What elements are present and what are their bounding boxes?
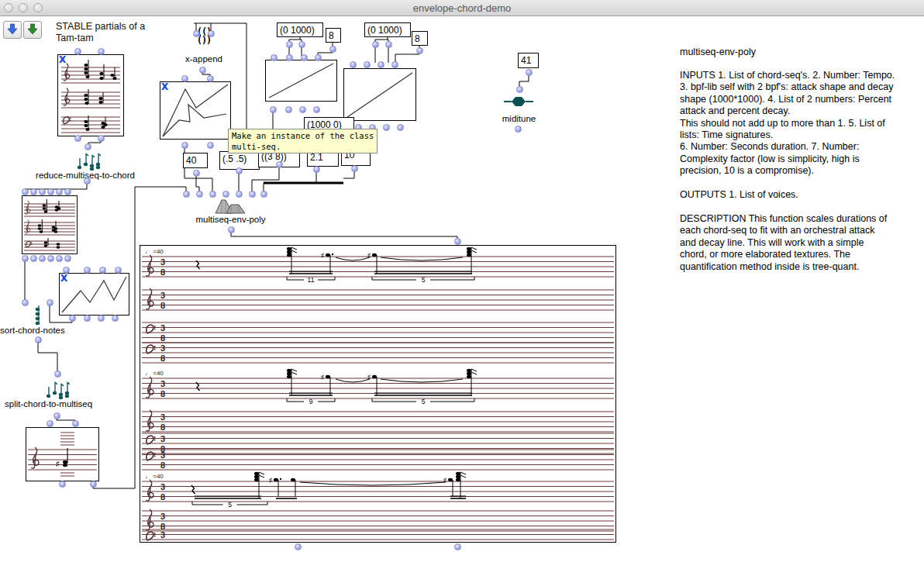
multiseq-score-editor[interactable]: ♩ =4038383838♯11♯5♩ =4038383838♯9♯5♩ =40… [140, 245, 616, 543]
port-dot[interactable] [372, 41, 379, 48]
port-dot[interactable] [298, 41, 305, 48]
port-dot[interactable] [53, 412, 60, 419]
sort-chord-notes-function[interactable] [33, 304, 45, 326]
port-dot[interactable] [39, 255, 46, 262]
port-dot[interactable] [47, 188, 54, 195]
port-dot[interactable] [35, 336, 42, 343]
port-dot[interactable] [315, 54, 322, 61]
port-dot[interactable] [98, 315, 105, 322]
split-chord-to-multiseq-function[interactable] [47, 379, 70, 399]
value-box-size-a[interactable]: 8 [326, 28, 341, 43]
port-dot[interactable] [228, 226, 235, 233]
port-dot[interactable] [515, 126, 522, 133]
port-dot[interactable] [285, 106, 292, 113]
port-dot[interactable] [271, 54, 278, 61]
port-dot[interactable] [329, 46, 336, 53]
port-dot[interactable] [30, 188, 37, 195]
port-dot[interactable] [196, 191, 203, 198]
port-dot[interactable] [56, 188, 63, 195]
value-box-range-a[interactable]: (0 1000) [277, 22, 323, 37]
chord-box-single[interactable]: ♯ [26, 427, 99, 481]
port-dot[interactable] [351, 165, 358, 172]
port-dot[interactable] [207, 142, 214, 149]
port-dot[interactable] [181, 142, 188, 149]
bpf-editor-decay[interactable] [343, 68, 416, 121]
port-dot[interactable] [416, 47, 423, 54]
port-dot[interactable] [54, 371, 61, 378]
port-dot[interactable] [249, 191, 256, 198]
port-dot[interactable] [47, 255, 54, 262]
value-box-tempo[interactable]: 40 [183, 153, 208, 168]
port-dot[interactable] [98, 48, 105, 55]
port-dot[interactable] [39, 188, 46, 195]
multiseq-env-poly-function[interactable] [214, 198, 247, 215]
port-dot[interactable] [295, 543, 302, 550]
port-dot[interactable] [207, 75, 214, 82]
port-dot[interactable] [99, 267, 106, 274]
port-dot[interactable] [74, 135, 81, 142]
value-box-range-b[interactable]: (0 1000) [364, 22, 411, 37]
port-dot[interactable] [383, 124, 390, 131]
port-dot[interactable] [270, 106, 277, 113]
port-dot[interactable] [84, 178, 91, 184]
port-dot[interactable] [378, 61, 384, 68]
port-dot[interactable] [84, 267, 91, 274]
port-dot[interactable] [47, 299, 53, 306]
port-dot[interactable] [313, 106, 320, 113]
port-dot[interactable] [22, 255, 29, 262]
port-dot[interactable] [199, 67, 206, 74]
port-dot[interactable] [236, 167, 243, 174]
port-dot[interactable] [516, 86, 523, 93]
x-append-function[interactable]: (() ()) [188, 28, 219, 45]
close-icon[interactable]: X [161, 83, 168, 91]
port-dot[interactable] [364, 61, 371, 68]
port-dot[interactable] [236, 191, 243, 198]
close-icon[interactable]: X [60, 274, 67, 282]
port-dot[interactable] [286, 41, 293, 48]
port-dot[interactable] [64, 188, 71, 195]
port-dot[interactable] [84, 315, 91, 322]
port-dot[interactable] [22, 188, 29, 195]
port-dot[interactable] [397, 124, 404, 131]
port-dot[interactable] [30, 255, 37, 262]
port-dot[interactable] [69, 315, 76, 322]
bpf-editor-attack[interactable] [265, 60, 337, 102]
port-dot[interactable] [59, 481, 66, 488]
chord-box[interactable] [22, 195, 78, 254]
port-dot[interactable] [299, 106, 306, 113]
port-dot[interactable] [286, 54, 293, 61]
port-dot[interactable] [181, 75, 188, 82]
bpf-lib-box[interactable] [160, 81, 231, 140]
port-dot[interactable] [22, 299, 29, 306]
port-dot[interactable] [112, 315, 119, 322]
port-dot[interactable] [391, 61, 398, 68]
port-dot[interactable] [454, 543, 461, 550]
port-dot[interactable] [74, 48, 81, 55]
value-box-approx[interactable]: 41 [518, 53, 539, 68]
port-dot[interactable] [260, 191, 267, 198]
port-dot[interactable] [385, 41, 392, 48]
port-dot[interactable] [56, 255, 63, 262]
port-dot[interactable] [301, 54, 308, 61]
miditune-function[interactable] [504, 95, 533, 109]
reduce-multiseq-to-chord-function[interactable] [78, 150, 101, 171]
port-dot[interactable] [47, 420, 53, 427]
port-dot[interactable] [526, 69, 533, 76]
port-dot[interactable] [183, 191, 190, 198]
multiseq-box-stable-partials[interactable] [57, 54, 124, 136]
bpf-box-zigzag[interactable] [59, 273, 129, 316]
port-dot[interactable] [64, 255, 71, 262]
port-dot[interactable] [276, 161, 283, 168]
port-dot[interactable] [350, 61, 357, 68]
value-box-size-b[interactable]: 8 [412, 31, 428, 46]
close-icon[interactable]: X [59, 56, 66, 64]
port-dot[interactable] [454, 238, 461, 245]
port-dot[interactable] [209, 191, 216, 198]
port-dot[interactable] [208, 30, 215, 37]
port-dot[interactable] [72, 420, 79, 427]
port-dot[interactable] [84, 143, 91, 150]
port-dot[interactable] [90, 481, 97, 488]
port-dot[interactable] [313, 166, 320, 173]
port-dot[interactable] [98, 135, 105, 142]
port-dot[interactable] [115, 267, 122, 274]
